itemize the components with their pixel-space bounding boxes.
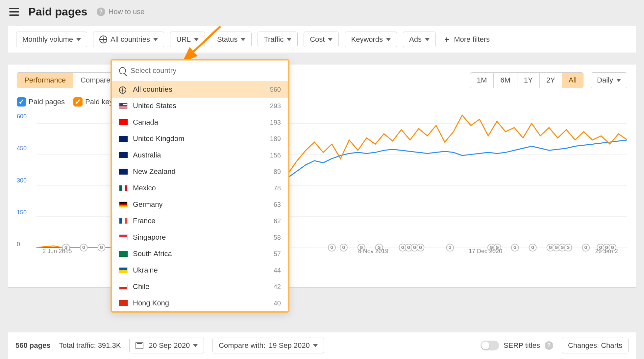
chevron-down-icon (313, 344, 318, 347)
country-option[interactable]: United Kingdom189 (112, 131, 288, 147)
chevron-down-icon (153, 38, 158, 41)
checkbox-icon: ✓ (17, 97, 26, 107)
date-value: 20 Sep 2020 (149, 341, 190, 350)
chevron-down-icon (241, 38, 245, 41)
filter-label: Cost (310, 35, 325, 44)
performance-panel: Performance Compare 1M 6M 1Y 2Y All Dail… (8, 64, 636, 288)
range-label: All (569, 76, 577, 84)
more-filters-label: More filters (454, 35, 490, 44)
country-option[interactable]: New Zealand89 (112, 163, 288, 180)
help-icon: ? (545, 341, 553, 350)
granularity-select[interactable]: Daily (591, 72, 627, 88)
filter-traffic[interactable]: Traffic (258, 32, 298, 47)
legend-item-paid-pages[interactable]: ✓ Paid pages (17, 97, 65, 107)
how-to-use-link[interactable]: ? How to use (97, 8, 145, 16)
filter-label: All countries (111, 35, 150, 44)
serp-titles-toggle[interactable]: SERP titles ? (481, 341, 553, 350)
filter-label: Status (217, 35, 237, 44)
panel-top-row: Performance Compare 1M 6M 1Y 2Y All Dail… (17, 72, 627, 88)
country-count: 560 (270, 86, 281, 93)
range-label: 1M (477, 76, 487, 84)
serp-titles-label: SERP titles (504, 341, 540, 350)
range-label: 2Y (546, 76, 555, 84)
calendar-icon (136, 342, 143, 349)
search-icon (119, 67, 126, 74)
country-option[interactable]: United States293 (112, 98, 288, 114)
country-option[interactable]: South Africa57 (112, 246, 288, 262)
date-picker[interactable]: 20 Sep 2020 (129, 338, 204, 353)
country-name: New Zealand (133, 167, 176, 176)
range-2y[interactable]: 2Y (540, 73, 562, 88)
country-count: 89 (274, 168, 281, 176)
chevron-down-icon (194, 38, 199, 41)
filter-url[interactable]: URL (170, 32, 205, 47)
country-option[interactable]: Mexico78 (112, 180, 288, 196)
country-name: France (133, 217, 155, 225)
country-count: 156 (270, 152, 281, 159)
menu-icon[interactable] (9, 8, 19, 16)
compare-date: 19 Sep 2020 (269, 341, 310, 350)
filter-monthly-volume[interactable]: Monthly volume (16, 32, 87, 47)
country-name: All countries (133, 85, 172, 94)
filter-label: URL (176, 35, 191, 44)
footer-bar: 560 pages Total traffic: 391.3K 20 Sep 2… (8, 332, 636, 359)
country-option[interactable]: Germany63 (112, 196, 288, 213)
filter-cost[interactable]: Cost (304, 32, 339, 47)
country-search-input[interactable] (131, 66, 281, 75)
country-count: 293 (270, 102, 281, 110)
country-option[interactable]: All countries560 (112, 81, 288, 98)
range-all[interactable]: All (562, 73, 583, 88)
country-count: 40 (274, 299, 281, 307)
more-filters-button[interactable]: + More filters (442, 32, 492, 47)
tab-performance[interactable]: Performance (17, 73, 73, 88)
filter-label: Ads (409, 35, 422, 44)
chevron-down-icon (76, 38, 81, 41)
page-root: Paid pages ? How to use Monthly volume A… (0, 0, 644, 359)
country-name: Canada (133, 118, 158, 127)
granularity-label: Daily (597, 76, 613, 84)
total-traffic-value: 391.3K (98, 341, 121, 349)
country-option[interactable]: Singapore58 (112, 229, 288, 246)
panel-right-controls: 1M 6M 1Y 2Y All Daily (470, 72, 627, 88)
range-1y[interactable]: 1Y (517, 73, 540, 88)
filter-keywords[interactable]: Keywords (345, 32, 397, 47)
changes-select[interactable]: Changes: Charts (562, 338, 629, 353)
filter-label: Keywords (351, 35, 383, 44)
chart: 6004503001500 GGGGGGGGGGGGGGGGGGGGGGGGGG… (17, 113, 627, 258)
x-tick: 8 Nov 2019 (358, 248, 388, 255)
globe-icon (99, 36, 107, 43)
chevron-down-icon (425, 38, 430, 41)
country-name: Mexico (133, 184, 156, 192)
page-header: Paid pages ? How to use (0, 0, 644, 26)
compare-date-picker[interactable]: Compare with: 19 Sep 2020 (212, 338, 324, 353)
toggle-switch-icon (481, 341, 499, 350)
country-count: 57 (274, 250, 281, 258)
country-option[interactable]: Ukraine44 (112, 262, 288, 278)
country-count: 58 (274, 234, 281, 241)
country-list: All countries560United States293Canada19… (112, 81, 288, 311)
chevron-down-icon (386, 38, 391, 41)
range-1m[interactable]: 1M (470, 73, 494, 88)
filter-status[interactable]: Status (211, 32, 252, 47)
x-tick: 17 Dec 2020 (469, 248, 502, 255)
country-count: 63 (274, 201, 281, 208)
tab-label: Performance (24, 76, 66, 84)
country-option[interactable]: Hong Kong40 (112, 295, 288, 311)
chart-canvas: GGGGGGGGGGGGGGGGGGGGGGGGGGGG (17, 113, 627, 257)
country-option[interactable]: Canada193 (112, 114, 288, 131)
country-option[interactable]: Australia156 (112, 147, 288, 163)
country-option[interactable]: France62 (112, 213, 288, 229)
filter-country[interactable]: All countries (93, 32, 164, 47)
country-count: 193 (270, 119, 281, 126)
range-6m[interactable]: 6M (494, 73, 517, 88)
filter-ads[interactable]: Ads (403, 32, 436, 47)
legend-label: Paid pages (29, 98, 65, 106)
country-count: 78 (274, 184, 281, 192)
country-name: Germany (133, 200, 162, 209)
chart-legend: ✓ Paid pages ✓ Paid keywords (17, 88, 627, 110)
country-name: Singapore (133, 233, 166, 242)
country-dropdown: All countries560United States293Canada19… (111, 59, 289, 313)
filter-bar: Monthly volume All countries URL Status … (8, 26, 636, 53)
country-count: 44 (274, 267, 281, 274)
country-option[interactable]: Chile42 (112, 278, 288, 295)
